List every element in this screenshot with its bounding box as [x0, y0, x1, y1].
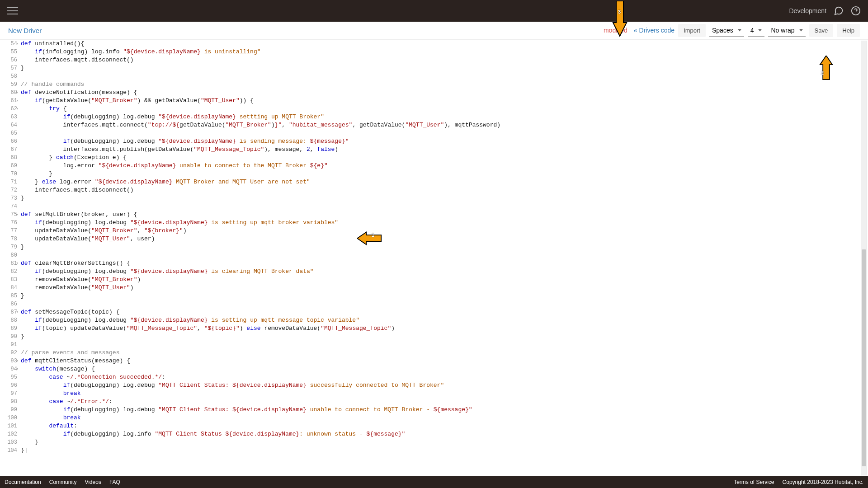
code-line[interactable]: } [21, 243, 868, 251]
import-button[interactable]: Import [678, 24, 706, 37]
line-gutter: 54▾555657585960▾61▾62▾636465666768697071… [0, 40, 21, 476]
svg-marker-4 [613, 1, 627, 36]
code-line[interactable]: // parse events and messages [21, 349, 868, 357]
line-number: 84 [0, 284, 17, 292]
line-number: 102 [0, 430, 17, 438]
code-line[interactable]: // handle commands [21, 80, 868, 89]
code-line[interactable]: } catch(Exception e) { [21, 154, 868, 162]
code-line[interactable]: if(topic) updateDataValue("MQTT_Message_… [21, 324, 868, 333]
code-line[interactable]: case ~/.*Error.*/: [21, 398, 868, 406]
wrap-select[interactable]: No wrap [768, 24, 805, 37]
code-line[interactable]: if(debugLogging) log.debug "${device.dis… [21, 137, 868, 145]
fold-icon[interactable]: ▾ [16, 259, 19, 267]
fold-icon[interactable]: ▾ [16, 308, 19, 316]
footer-link[interactable]: Documentation [5, 479, 41, 485]
line-number: 98 [0, 398, 17, 406]
code-line[interactable]: if(infoLogging) log.info "${device.displ… [21, 48, 868, 56]
fold-icon[interactable]: ▾ [16, 105, 19, 113]
fold-icon[interactable]: ▾ [16, 89, 19, 97]
code-line[interactable]: if(debugLogging) log.debug "${device.dis… [21, 219, 868, 227]
code-line[interactable]: break [21, 389, 868, 398]
fold-icon[interactable]: ▾ [16, 97, 19, 105]
code-line[interactable]: } [21, 438, 868, 446]
code-line[interactable]: def setMqttBroker(broker, user) { [21, 211, 868, 219]
help-button[interactable]: Help [837, 24, 860, 37]
code-line[interactable]: def uninstalled(){ [21, 40, 868, 48]
line-number: 68 [0, 154, 17, 162]
save-button[interactable]: Save [809, 24, 834, 37]
line-number: 70 [0, 170, 17, 178]
code-line[interactable]: break [21, 414, 868, 422]
code-line[interactable]: def setMessageTopic(topic) { [21, 308, 868, 316]
line-number: 85 [0, 292, 17, 300]
code-line[interactable]: removeDataValue("MQTT_Broker") [21, 276, 868, 284]
line-number: 95 [0, 373, 17, 381]
fold-icon[interactable]: ▾ [16, 365, 19, 373]
code-line[interactable]: } [21, 170, 868, 178]
code-area[interactable]: def uninstalled(){ if(infoLogging) log.i… [21, 40, 868, 476]
code-line[interactable] [21, 129, 868, 137]
code-line[interactable]: interfaces.mqtt.disconnect() [21, 186, 868, 194]
indent-type-select[interactable]: Spaces [709, 24, 744, 37]
fold-icon[interactable]: ▾ [16, 357, 19, 365]
code-line[interactable]: removeDataValue("MQTT_User") [21, 284, 868, 292]
code-line[interactable]: if(debugLogging) log.debug "${device.dis… [21, 113, 868, 121]
code-line[interactable] [21, 341, 868, 349]
code-line[interactable]: try { [21, 105, 868, 113]
code-line[interactable] [21, 72, 868, 80]
code-line[interactable]: if(debugLogging) log.debug "MQTT Client … [21, 381, 868, 389]
code-line[interactable]: if(debugLogging) log.info "MQTT Client S… [21, 430, 868, 438]
code-line[interactable] [21, 300, 868, 308]
menu-icon[interactable] [7, 5, 18, 16]
code-line[interactable]: } [21, 64, 868, 72]
code-line[interactable]: interfaces.mqtt.connect("tcp://${getData… [21, 121, 868, 129]
code-line[interactable]: if(debugLogging) log.debug "${device.dis… [21, 267, 868, 276]
code-line[interactable]: interfaces.mqtt.disconnect() [21, 56, 868, 64]
code-line[interactable] [21, 202, 868, 211]
indent-size-select[interactable]: 4 [748, 24, 765, 37]
footer-link[interactable]: Copyright 2018-2023 Hubitat, Inc. [783, 479, 863, 485]
line-number: 103 [0, 438, 17, 446]
code-line[interactable]: if(debugLogging) log.debug "${device.dis… [21, 316, 868, 324]
line-number: 57 [0, 64, 17, 72]
chat-icon[interactable] [834, 6, 844, 16]
code-line[interactable]: switch(message) { [21, 365, 868, 373]
line-number: 78 [0, 235, 17, 243]
code-line[interactable]: def clearMqttBrokerSettings() { [21, 259, 868, 267]
line-number: 100 [0, 414, 17, 422]
code-editor[interactable]: 54▾555657585960▾61▾62▾636465666768697071… [0, 39, 868, 476]
code-line[interactable]: }| [21, 446, 868, 455]
code-line[interactable]: if(getDataValue("MQTT_Broker") && getDat… [21, 97, 868, 105]
footer-link[interactable]: Videos [85, 479, 101, 485]
code-line[interactable]: def deviceNotification(message) { [21, 89, 868, 97]
code-line[interactable]: default: [21, 422, 868, 430]
code-line[interactable] [21, 251, 868, 259]
line-number: 104 [0, 446, 17, 455]
code-line[interactable]: interfaces.mqtt.publish(getDataValue("MQ… [21, 145, 868, 154]
footer-link[interactable]: FAQ [109, 479, 120, 485]
scrollbar[interactable] [861, 41, 867, 475]
fold-icon[interactable]: ▾ [16, 211, 19, 219]
code-line[interactable]: case ~/.*Connection succeeded.*/: [21, 373, 868, 381]
code-line[interactable]: } [21, 194, 868, 202]
footer-link[interactable]: Community [49, 479, 77, 485]
code-line[interactable]: updateDataValue("MQTT_Broker", "${broker… [21, 227, 868, 235]
line-number: 65 [0, 129, 17, 137]
code-line[interactable]: } [21, 333, 868, 341]
code-line[interactable]: if(debugLogging) log.debug "MQTT Client … [21, 406, 868, 414]
line-number: 101 [0, 422, 17, 430]
back-link[interactable]: « Drivers code [634, 27, 675, 34]
code-line[interactable]: } [21, 292, 868, 300]
help-icon[interactable] [851, 6, 861, 16]
footer-link[interactable]: Terms of Service [734, 479, 774, 485]
line-number: 82 [0, 267, 17, 276]
code-line[interactable]: updateDataValue("MQTT_User", user) [21, 235, 868, 243]
line-number: 56 [0, 56, 17, 64]
code-line[interactable]: log.error "${device.displayName} unable … [21, 162, 868, 170]
scroll-thumb[interactable] [862, 249, 866, 466]
top-bar: Development [0, 0, 868, 22]
line-number: 62▾ [0, 105, 17, 113]
fold-icon[interactable]: ▾ [16, 40, 19, 48]
code-line[interactable]: def mqttClientStatus(message) { [21, 357, 868, 365]
code-line[interactable]: } else log.error "${device.displayName} … [21, 178, 868, 186]
